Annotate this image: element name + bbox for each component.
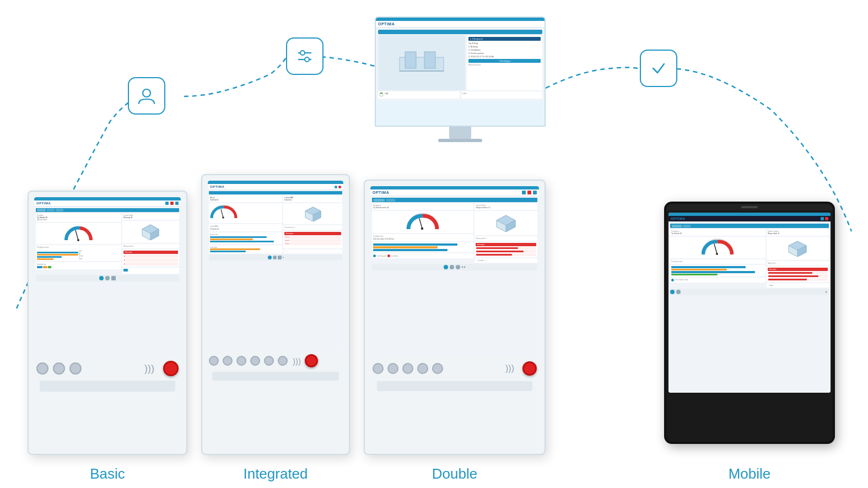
svg-rect-6 xyxy=(405,52,416,68)
integrated-label: Integrated xyxy=(201,465,350,482)
svg-point-25 xyxy=(716,253,718,255)
mobile-tablet: OPTIMA Production xyxy=(664,202,835,444)
svg-line-19 xyxy=(419,219,422,229)
double-panel: OPTIMA Produktion xyxy=(364,180,546,455)
integrated-panel: OPTIMA Aktuell Ty Serie 41 xyxy=(201,174,350,455)
svg-point-10 xyxy=(77,239,79,241)
svg-rect-3 xyxy=(300,51,305,55)
main-scene: OPTIMA xyxy=(0,0,868,488)
svg-point-0 xyxy=(143,89,150,97)
svg-rect-7 xyxy=(424,52,435,68)
svg-rect-4 xyxy=(305,57,309,62)
basic-panel: OPTIMA xyxy=(28,191,187,455)
double-label: Double xyxy=(364,465,546,482)
svg-line-24 xyxy=(714,244,717,254)
person-icon xyxy=(128,77,165,115)
sliders-icon xyxy=(286,37,324,75)
top-monitor: OPTIMA xyxy=(375,17,546,142)
basic-label: Basic xyxy=(28,465,187,482)
check-icon xyxy=(640,50,677,87)
svg-line-14 xyxy=(221,209,223,218)
monitor-header: OPTIMA xyxy=(376,21,544,28)
svg-point-15 xyxy=(222,216,224,219)
svg-point-20 xyxy=(421,227,423,230)
mobile-label: Mobile xyxy=(664,465,835,482)
svg-line-9 xyxy=(76,230,78,240)
